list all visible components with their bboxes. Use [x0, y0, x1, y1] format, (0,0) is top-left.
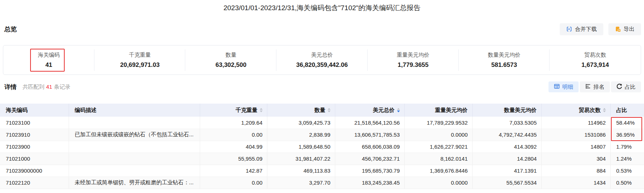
cell-trade-count: 884 [541, 165, 610, 177]
column-header-hs-code: 海关编码 [0, 104, 69, 117]
cell-trade-count: 14807 [541, 141, 610, 153]
stat-value: 63,302,500 [185, 61, 276, 69]
column-header-weight-usd-avg-price: 重量美元均价 [404, 104, 472, 117]
cell-share: 58.44% [610, 117, 644, 129]
cell-quantity: 469,113.83 [267, 165, 335, 177]
export-label: 导出 [624, 26, 635, 33]
table-row: 710239000000142.87469,113.83195,685,730.… [0, 165, 644, 177]
cell-weight-usd-avg-price: 0.0000 [404, 177, 472, 189]
cell-usd-total: 13,606,571,785.53 [335, 129, 404, 141]
cell-kg-weight: 55,955.09 [200, 153, 267, 165]
cell-description [69, 117, 200, 129]
cell-kg-weight: 0.00 [200, 177, 267, 189]
details-header-bar: 详情 共匹配到41条记录 明细 排名 [4, 81, 641, 93]
stat-value: 1,779.3655 [368, 61, 459, 69]
overview-stats-card: 海关编码 41 千克重量 20,692,971.03 数量 63,302,500… [3, 45, 641, 75]
column-header-quantity[interactable]: 数量 [267, 104, 335, 117]
stat-weight-usd-avg-price: 重量美元均价 1,779.3655 [368, 52, 459, 69]
table-body: 710231001,209.643,059,425.7321,518,564,1… [0, 117, 644, 189]
cell-kg-weight: 404.99 [200, 141, 267, 153]
cell-quantity: 2,838.99 [267, 129, 335, 141]
cell-hs-code: 71023900 [0, 141, 69, 153]
topbar-buttons: 合并下载 导出 [560, 23, 641, 35]
stat-label: 美元总价 [276, 52, 368, 59]
cell-quantity: 3,059,425.73 [267, 117, 335, 129]
view-button-detail[interactable]: 明细 [548, 81, 579, 92]
table-row: 71023910已加工但未镶嵌或镶嵌的钻石（不包括工业钻石...0.002,83… [0, 129, 644, 141]
sort-carets[interactable] [603, 108, 606, 112]
overview-header-bar: 总览 合并下载 导出 [4, 23, 641, 36]
view-toggle-group: 明细 排名 占比 [548, 81, 641, 92]
view-button-label: 占比 [625, 84, 636, 91]
cell-share: 1.79% [610, 141, 644, 153]
ranking-icon [585, 84, 591, 90]
column-header-trade-count[interactable]: 贸易次数 [541, 104, 610, 117]
cell-qty-usd-avg-price: 417.1391 [472, 165, 541, 177]
view-button-share[interactable]: 占比 [611, 81, 641, 92]
stat-value: 36,820,359,442.06 [276, 61, 368, 69]
pie-icon [616, 84, 622, 91]
cell-share: 1.24% [610, 153, 644, 165]
cell-share: 0.50% [610, 177, 644, 189]
cell-trade-count: 1531086 [541, 129, 610, 141]
stat-value: 581.6573 [459, 61, 550, 69]
cell-qty-usd-avg-price: 55,567.5534 [472, 177, 541, 189]
stat-value: 1,673,914 [550, 61, 641, 69]
cell-hs-code: 71023100 [0, 117, 69, 129]
cell-hs-code: 710239000000 [0, 165, 69, 177]
sort-carets-active-desc[interactable] [397, 108, 400, 112]
cell-qty-usd-avg-price: 4,792,742.4435 [472, 129, 541, 141]
cell-usd-total: 183,245,238.45 [335, 177, 404, 189]
stat-label: 贸易次数 [550, 52, 641, 59]
cell-qty-usd-avg-price: 14.2804 [472, 153, 541, 165]
column-header-usd-total[interactable]: 美元总价 [335, 104, 404, 117]
stat-usd-total: 美元总价 36,820,359,442.06 [276, 52, 368, 69]
cell-trade-count: 1434 [541, 177, 610, 189]
export-icon [615, 26, 621, 32]
stat-label: 数量美元均价 [459, 52, 550, 59]
cell-usd-total: 21,518,564,120.56 [335, 117, 404, 129]
cell-hs-code: 71023910 [0, 129, 69, 141]
cell-hs-code: 71022120 [0, 177, 69, 189]
cell-weight-usd-avg-price: 17,789,229.9532 [404, 117, 472, 129]
cell-share: 0.53% [610, 165, 644, 177]
stat-kg-weight: 千克重量 20,692,971.03 [94, 52, 186, 69]
stat-label: 数量 [185, 52, 276, 59]
cell-quantity: 1,589,648.50 [267, 141, 335, 153]
cell-usd-total: 658,606,038.09 [335, 141, 404, 153]
table-row: 71023900404.991,589,648.50658,606,038.09… [0, 141, 644, 153]
column-header-share: 占比 [610, 104, 644, 117]
cell-description [69, 153, 200, 165]
merge-download-button[interactable]: 合并下载 [560, 23, 603, 35]
cell-share: 36.95% [610, 129, 644, 141]
table-header-row: 海关编码 编码描述 千克重量 数量 美元总价 重量美元均价 数量美元均价 贸易次… [0, 104, 644, 117]
view-button-label: 排名 [594, 84, 604, 91]
stat-label: 千克重量 [94, 52, 186, 59]
cell-trade-count: 114962 [541, 117, 610, 129]
cell-kg-weight: 1,209.64 [200, 117, 267, 129]
stat-label: 海关编码 [3, 52, 94, 59]
sort-carets[interactable] [260, 108, 263, 112]
column-header-qty-usd-avg-price: 数量美元均价 [472, 104, 541, 117]
stat-hs-code: 海关编码 41 [3, 52, 94, 69]
stat-qty-usd-avg-price: 数量美元均价 581.6573 [459, 52, 550, 69]
export-button[interactable]: 导出 [608, 23, 641, 35]
stat-value: 20,692,971.03 [94, 61, 186, 69]
sort-carets[interactable] [328, 108, 331, 112]
cell-description: 未经加工或简单锯切、劈开或粗磨的工业钻石：... [69, 177, 200, 189]
cell-usd-total: 456,706,232.71 [335, 153, 404, 165]
table-row: 7102100055,955.0931,981,407.22456,706,23… [0, 153, 644, 165]
cell-kg-weight: 142.87 [200, 165, 267, 177]
details-table: 海关编码 编码描述 千克重量 数量 美元总价 重量美元均价 数量美元均价 贸易次… [0, 104, 644, 189]
match-count: 41 [46, 84, 52, 90]
cell-description: 已加工但未镶嵌或镶嵌的钻石（不包括工业钻石... [69, 129, 200, 141]
cell-qty-usd-avg-price: 414.3092 [472, 141, 541, 153]
table-row: 710231001,209.643,059,425.7321,518,564,1… [0, 117, 644, 129]
column-header-kg-weight[interactable]: 千克重量 [200, 104, 267, 117]
stat-quantity: 数量 63,302,500 [185, 52, 276, 69]
view-button-label: 明细 [562, 84, 573, 91]
view-button-ranking[interactable]: 排名 [580, 81, 610, 92]
cell-description [69, 141, 200, 153]
table-row: 71022120未经加工或简单锯切、劈开或粗磨的工业钻石：...0.003,29… [0, 177, 644, 189]
cell-description [69, 165, 200, 177]
